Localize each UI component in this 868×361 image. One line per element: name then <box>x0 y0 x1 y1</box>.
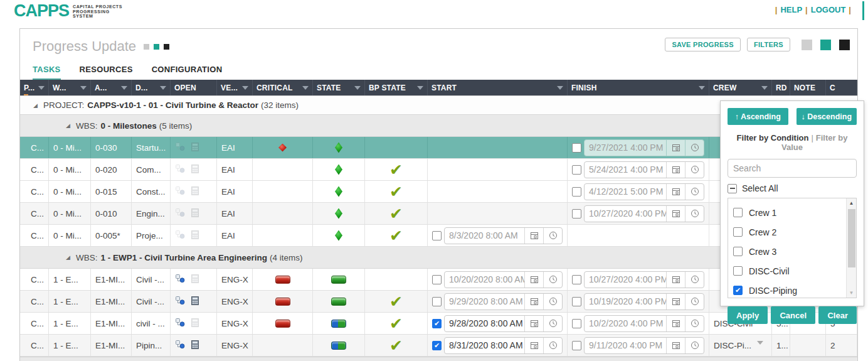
clock-icon[interactable] <box>543 338 562 353</box>
table-row[interactable]: C...1 - E...E1-MI...Pipin...ENG-X✔✔8/31/… <box>20 335 857 357</box>
column-header-bp[interactable]: BP STATE <box>365 80 428 95</box>
clock-icon[interactable] <box>543 316 562 331</box>
clock-icon[interactable] <box>685 140 704 156</box>
open-hierarchy-icon[interactable] <box>175 186 185 197</box>
scroll-down-icon[interactable]: ▼ <box>847 288 856 298</box>
open-hierarchy-icon[interactable] <box>175 230 185 241</box>
tab-configuration[interactable]: CONFIGURATION <box>152 65 223 80</box>
date-checkbox[interactable] <box>572 275 581 284</box>
filter-icon[interactable] <box>38 86 45 90</box>
date-checkbox[interactable] <box>432 231 442 240</box>
calendar-icon[interactable] <box>524 272 543 288</box>
filter-item-checkbox[interactable] <box>733 208 743 217</box>
tab-tasks[interactable]: TASKS <box>33 65 61 80</box>
clock-icon[interactable] <box>685 294 704 310</box>
legend-square[interactable] <box>839 40 850 50</box>
legend-square[interactable] <box>820 40 831 50</box>
clock-icon[interactable] <box>685 338 704 353</box>
filter-item-crew-1[interactable]: Crew 1 <box>733 203 845 222</box>
scroll-up-icon[interactable]: ▲ <box>847 198 856 208</box>
calendar-icon[interactable] <box>666 140 685 156</box>
filter-item-checkbox[interactable]: ✔ <box>733 286 743 295</box>
open-calculator-icon[interactable] <box>191 318 199 329</box>
clock-icon[interactable] <box>685 272 704 288</box>
calendar-icon[interactable] <box>666 162 685 178</box>
date-input[interactable]: 5/24/2021 4:00 PM <box>584 161 704 178</box>
date-input[interactable]: 10/20/2020 8:00 AM <box>444 271 563 288</box>
clock-icon[interactable] <box>543 294 562 310</box>
filter-search-input[interactable] <box>728 159 857 178</box>
date-input[interactable]: 10/19/2020 4:00 PM <box>584 293 704 310</box>
filter-icon[interactable] <box>417 86 423 90</box>
date-input[interactable]: 4/12/2021 5:00 PM <box>584 183 704 200</box>
column-header-open[interactable]: OPEN <box>171 80 217 95</box>
list-scrollbar[interactable]: ▲ ▼ <box>846 198 856 298</box>
filter-item-checkbox[interactable] <box>733 227 743 237</box>
clear-button[interactable]: Clear <box>818 306 857 324</box>
column-header-crew[interactable]: CREW <box>709 80 772 95</box>
open-hierarchy-icon[interactable] <box>175 296 185 307</box>
filter-icon[interactable] <box>354 86 361 90</box>
open-hierarchy-icon[interactable] <box>175 318 185 329</box>
filter-item-disc-piping[interactable]: ✔DISC-Piping <box>733 281 845 298</box>
date-checkbox[interactable] <box>432 275 442 284</box>
date-checkbox[interactable] <box>572 209 581 218</box>
filter-item-crew-2[interactable]: Crew 2 <box>733 222 845 242</box>
open-calculator-icon[interactable] <box>191 164 199 175</box>
calendar-icon[interactable] <box>524 294 543 310</box>
date-checkbox[interactable]: ✔ <box>432 319 442 328</box>
calendar-icon[interactable] <box>524 316 543 331</box>
sort-descending-button[interactable]: ↓ Descending <box>797 108 857 125</box>
calendar-icon[interactable] <box>666 338 685 353</box>
filter-item-checkbox[interactable] <box>733 266 743 276</box>
collapse-icon[interactable]: ◢ <box>66 122 70 129</box>
date-input[interactable]: 9/29/2020 8:00 AM <box>444 293 563 310</box>
date-checkbox[interactable] <box>572 187 581 197</box>
column-header-start[interactable]: START <box>428 80 568 95</box>
date-checkbox[interactable] <box>432 297 442 306</box>
column-header-critical[interactable]: CRITICAL <box>253 80 313 95</box>
open-calculator-icon[interactable] <box>191 208 199 219</box>
clock-icon[interactable] <box>685 206 704 222</box>
scrollbar-thumb[interactable] <box>848 209 855 267</box>
clock-icon[interactable] <box>543 228 562 244</box>
column-header-note[interactable]: NOTE <box>790 80 826 95</box>
column-header-extra[interactable]: C <box>826 80 857 95</box>
open-hierarchy-icon[interactable] <box>175 340 185 351</box>
open-calculator-icon[interactable] <box>191 296 199 307</box>
select-all-checkbox[interactable] <box>728 184 737 193</box>
filter-icon[interactable] <box>557 86 563 90</box>
date-checkbox[interactable] <box>572 165 581 175</box>
date-input[interactable]: 10/2/2020 4:00 PM <box>584 315 704 332</box>
filter-icon[interactable] <box>761 86 768 90</box>
cancel-button[interactable]: Cancel <box>771 306 815 324</box>
crew-dropdown-icon[interactable] <box>757 341 763 345</box>
date-input[interactable]: 10/27/2020 4:00 PM <box>584 205 704 222</box>
date-input[interactable]: 8/31/2020 8:00 AM <box>444 337 563 354</box>
calendar-icon[interactable] <box>524 228 543 244</box>
help-link[interactable]: HELP <box>780 5 802 14</box>
clock-icon[interactable] <box>685 184 704 200</box>
filter-icon[interactable] <box>80 86 87 90</box>
filter-item-disc-civil[interactable]: DISC-Civil <box>733 261 845 281</box>
tab-resources[interactable]: RESOURCES <box>80 65 133 80</box>
calendar-icon[interactable] <box>666 316 685 331</box>
filter-icon[interactable] <box>302 86 309 90</box>
open-hierarchy-icon[interactable] <box>175 142 185 153</box>
open-hierarchy-icon[interactable] <box>175 274 185 285</box>
open-hierarchy-icon[interactable] <box>175 164 185 175</box>
date-checkbox[interactable] <box>572 341 581 350</box>
open-hierarchy-icon[interactable] <box>175 208 185 219</box>
open-calculator-icon[interactable] <box>191 230 199 241</box>
clock-icon[interactable] <box>685 316 704 331</box>
clock-icon[interactable] <box>543 272 562 288</box>
collapse-icon[interactable]: ◢ <box>66 254 70 261</box>
column-header-p[interactable]: P... <box>20 80 49 95</box>
filter-item-checkbox[interactable] <box>733 247 743 256</box>
filter-by-condition-link[interactable]: Filter by Condition <box>737 133 809 143</box>
clock-icon[interactable] <box>685 162 704 178</box>
collapse-icon[interactable]: ◢ <box>33 102 38 109</box>
date-checkbox[interactable] <box>572 319 581 328</box>
date-input[interactable]: 9/28/2020 8:00 AM <box>444 315 563 332</box>
open-calculator-icon[interactable] <box>191 143 199 153</box>
